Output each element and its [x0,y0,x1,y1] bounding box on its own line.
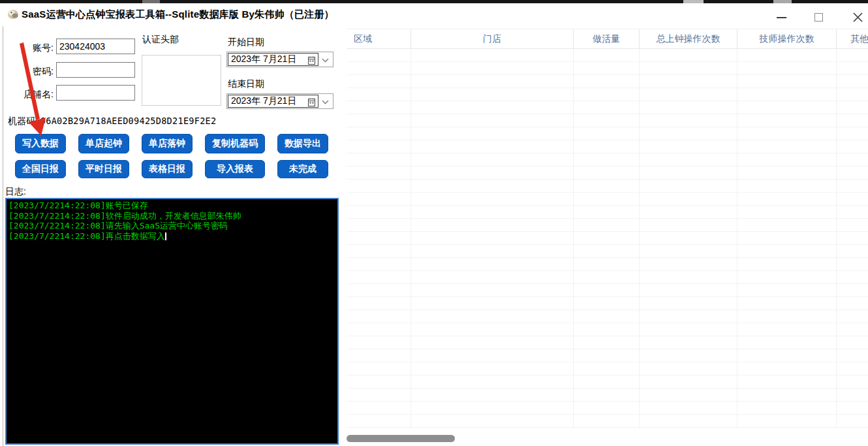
table-cell [574,114,640,127]
table-row[interactable] [347,232,868,245]
table-cell [837,375,868,388]
end-date-picker[interactable]: 2023年 7月21日 [226,93,333,109]
column-header[interactable]: 做活量 [574,29,640,48]
table-cell [737,284,837,296]
table-cell [640,62,737,74]
table-cell [640,310,737,323]
action-button[interactable]: 未完成 [277,160,328,178]
action-button[interactable]: 全国日报 [15,160,66,178]
table-cell [347,349,411,362]
table-cell [837,193,868,205]
action-button[interactable]: 复制机器码 [205,134,265,153]
column-header[interactable]: 技师操作次数 [737,29,837,48]
action-button[interactable]: 导入报表 [205,160,265,178]
table-row[interactable] [347,180,868,193]
table-cell [640,180,737,192]
table-cell [837,349,868,362]
end-date-label: 结束日期 [228,78,264,90]
table-row[interactable] [347,219,868,232]
table-row[interactable] [347,323,868,336]
action-button[interactable]: 单店起钟 [78,134,129,153]
minimize-button[interactable] [767,7,796,28]
table-cell [837,232,868,244]
table-row[interactable] [347,127,868,140]
table-cell [411,323,574,336]
table-row[interactable] [347,62,868,75]
close-button[interactable] [843,7,868,28]
table-row[interactable] [347,349,868,362]
table-row[interactable] [347,114,868,127]
account-input[interactable] [56,39,135,54]
table-cell [837,284,868,296]
machine-code-value: 06A02B29A718AEED09425D8D21E9F2E2 [40,116,217,126]
table-cell [737,193,837,205]
table-row[interactable] [347,140,868,153]
table-row[interactable] [347,336,868,349]
log-console[interactable]: [2023/7/2214:22:08]账号已保存[2023/7/2214:22:… [5,198,339,445]
table-row[interactable] [347,415,868,428]
table-cell [737,140,837,153]
table-row[interactable] [347,402,868,415]
table-row[interactable] [347,258,868,271]
table-row[interactable] [347,284,868,297]
table-row[interactable] [347,153,868,167]
table-row[interactable] [347,245,868,258]
table-row[interactable] [347,167,868,180]
action-button[interactable]: 表格日报 [142,160,193,178]
table-cell [837,114,868,127]
table-cell [411,284,574,296]
report-table: 区域门店做活量总上钟操作次数技师操作次数其他 [347,29,868,428]
table-header-row: 区域门店做活量总上钟操作次数技师操作次数其他 [347,29,868,49]
shop-name-input[interactable] [56,85,135,101]
column-header[interactable]: 其他 [837,29,868,48]
table-cell [737,297,837,310]
table-row[interactable] [347,193,868,206]
table-cell [737,415,837,427]
table-cell [640,114,737,127]
table-row[interactable] [347,206,868,219]
table-cell [640,271,737,283]
table-cell [640,375,737,388]
table-row[interactable] [347,49,868,62]
table-row[interactable] [347,101,868,114]
table-cell [347,297,411,310]
table-cell [347,180,411,192]
table-cell [347,258,411,270]
action-button[interactable]: 数据导出 [277,134,328,153]
table-cell [837,206,868,218]
column-header[interactable]: 门店 [411,29,574,48]
table-cell [574,88,640,101]
table-cell [574,127,640,140]
table-cell [411,127,574,140]
table-cell [574,297,640,310]
table-row[interactable] [347,271,868,284]
table-cell [347,88,411,101]
column-header[interactable]: 区域 [347,29,411,48]
table-cell [574,323,640,336]
table-row[interactable] [347,297,868,310]
table-cell [347,375,411,388]
table-cell [837,127,868,140]
table-row[interactable] [347,375,868,389]
table-row[interactable] [347,310,868,323]
action-button[interactable]: 平时日报 [78,160,129,178]
table-cell [347,389,411,401]
table-row[interactable] [347,362,868,375]
table-row[interactable] [347,88,868,101]
table-cell [837,245,868,257]
action-button[interactable]: 写入数据 [15,134,66,153]
start-date-picker[interactable]: 2023年 7月21日 [226,52,333,67]
horizontal-scrollbar-thumb[interactable] [347,435,455,442]
action-button[interactable]: 单店落钟 [142,134,193,153]
table-cell [640,167,737,179]
maximize-button[interactable] [804,7,833,28]
password-input[interactable] [56,62,135,78]
column-header[interactable]: 总上钟操作次数 [640,29,737,48]
table-cell [640,49,737,61]
table-cell [737,349,837,362]
table-cell [347,101,411,114]
table-row[interactable] [347,389,868,402]
table-cell [411,101,574,114]
table-row[interactable] [347,75,868,88]
table-cell [574,206,640,218]
